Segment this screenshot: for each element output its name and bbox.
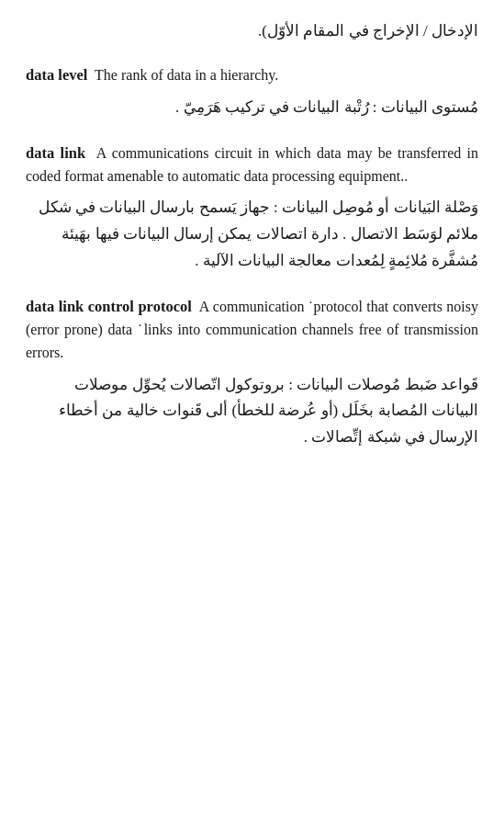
entry-data-level-term: data level — [26, 66, 87, 84]
entry-data-link-definition: A communications circuit in which data m… — [26, 145, 478, 184]
page-content: الإدخال / الإخراج في المقام الأوّل). dat… — [26, 18, 478, 451]
entry-data-link-control-protocol-text: data link control protocol A communicati… — [26, 295, 478, 364]
entry-data-link: data link A communications circuit in wh… — [26, 142, 478, 275]
entry-data-link-control-protocol: data link control protocol A communicati… — [26, 295, 478, 451]
entry-data-link-arabic: وَصْلة البَيانات أو مُوصِل البيانات : جه… — [26, 195, 478, 275]
entry-data-level-arabic: مُستوى البيانات : رُتْبة البيانات في ترك… — [26, 95, 478, 121]
entry-data-link-control-protocol-arabic: قَواعد ضَبط مُوصلات البيانات : بروتوكول … — [26, 372, 478, 452]
entry-data-link-text: data link A communications circuit in wh… — [26, 142, 478, 188]
entry-data-level-definition: The rank of data in a hierarchy. — [95, 67, 278, 83]
entry-data-link-term: data link — [26, 144, 85, 162]
entry-data-link-control-protocol-term: data link control protocol — [26, 298, 192, 315]
entry-data-level-text: data level The rank of data in a hierarc… — [26, 63, 478, 87]
arabic-header: الإدخال / الإخراج في المقام الأوّل). — [26, 18, 478, 43]
entry-data-level: data level The rank of data in a hierarc… — [26, 63, 478, 121]
